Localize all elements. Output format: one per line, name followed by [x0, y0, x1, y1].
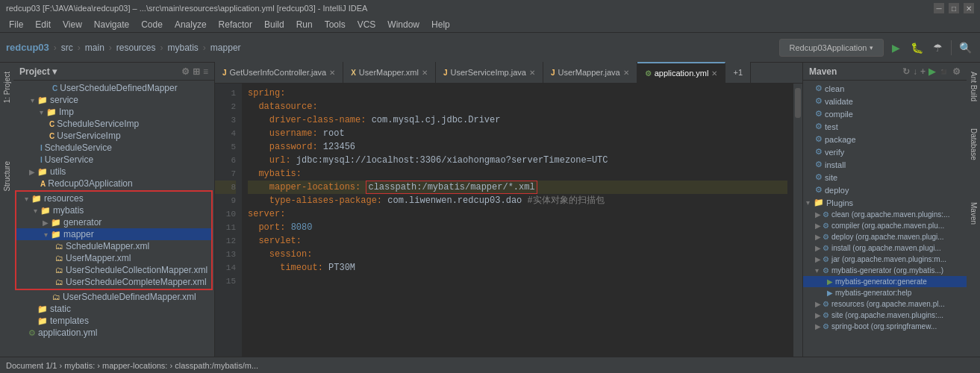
structure-side-tab[interactable]: Structure	[1, 155, 13, 198]
project-name[interactable]: redcup03	[6, 42, 49, 53]
tree-item-Imp[interactable]: ▾ 📁 Imp	[13, 106, 214, 118]
maven-plugin-mybatis-generator-help[interactable]: ▶ mybatis-generator:help	[803, 287, 967, 298]
tab-UserMapper-java[interactable]: J UserMapper.java ✕	[543, 62, 637, 83]
tree-item-RedcupO3Application[interactable]: A Redcup03Application	[13, 178, 214, 189]
editor-scrollbar[interactable]	[793, 84, 802, 357]
maven-gear-icon[interactable]: ⚙	[952, 66, 961, 77]
expand-icon[interactable]: ⊞	[193, 66, 200, 77]
maven-lifecycle-package[interactable]: ⚙ package	[803, 133, 967, 145]
tree-item-UserScheduleCollectionMapper[interactable]: 🗂 UserScheduleCollectionMapper.xml	[16, 264, 211, 276]
tree-item-UserScheduleDefinedMapper[interactable]: C UserScheduleDefinedMapper	[13, 82, 214, 94]
tree-item-UserServiceImp[interactable]: C UserServiceImp	[13, 130, 214, 142]
tree-item-ScheduleServiceImp[interactable]: C ScheduleServiceImp	[13, 118, 214, 130]
refresh-icon[interactable]: ↻	[902, 66, 910, 77]
code-editor[interactable]: spring: datasource: driver-class-name: c…	[242, 84, 793, 357]
tree-item-UserScheduleCompleteMapper[interactable]: 🗂 UserScheduleCompleteMapper.xml	[16, 276, 211, 288]
tree-item-generator[interactable]: ▶ 📁 generator	[16, 216, 211, 228]
coverage-button[interactable]: ☂	[928, 39, 946, 57]
tree-item-application-yml[interactable]: ⚙ application.yml	[13, 327, 214, 339]
tree-item-resources[interactable]: ▾ 📁 resources	[16, 192, 211, 204]
tab-more[interactable]: +1	[725, 62, 751, 83]
maven-plugin-mybatis-generator-generate[interactable]: ▶ mybatis-generator:generate	[803, 276, 967, 287]
maven-lifecycle-test[interactable]: ⚙ test	[803, 120, 967, 133]
run-button[interactable]: ▶	[887, 39, 905, 57]
minimize-button[interactable]: ─	[934, 3, 944, 13]
tab-close-4[interactable]: ✕	[711, 69, 717, 78]
project-side-tab[interactable]: 1: Project	[1, 66, 13, 109]
tree-item-static[interactable]: 📁 static	[13, 303, 214, 315]
maven-lifecycle-deploy[interactable]: ⚙ deploy	[803, 184, 967, 196]
menu-tools[interactable]: Tools	[319, 18, 352, 31]
menu-file[interactable]: File	[3, 18, 29, 31]
maven-plugin-resources[interactable]: ▶ ⚙ resources (org.apache.maven.pl...	[803, 298, 967, 310]
maven-side-tab[interactable]: Maven	[968, 196, 979, 231]
menu-view[interactable]: View	[57, 18, 88, 31]
project-header-icons[interactable]: ⚙ ⊞ ≡	[181, 66, 208, 77]
tree-item-UserService[interactable]: I UserService	[13, 154, 214, 166]
maven-plugin-spring-boot[interactable]: ▶ ⚙ spring-boot (org.springframew...	[803, 321, 967, 332]
gear-icon[interactable]: ≡	[203, 66, 208, 77]
tree-item-UserScheduleDefinedMapper-xml[interactable]: 🗂 UserScheduleDefinedMapper.xml	[13, 291, 214, 303]
menu-code[interactable]: Code	[135, 18, 169, 31]
menu-refactor[interactable]: Refactor	[213, 18, 258, 31]
maven-lifecycle-verify[interactable]: ⚙ verify	[803, 145, 967, 158]
tree-item-mybatis[interactable]: ▾ 📁 mybatis	[16, 204, 211, 216]
cog-icon[interactable]: ⚙	[181, 66, 190, 77]
menu-navigate[interactable]: Navigate	[88, 18, 135, 31]
download-icon[interactable]: ↓	[913, 66, 917, 77]
menu-build[interactable]: Build	[258, 18, 290, 31]
close-button[interactable]: ✕	[964, 3, 974, 13]
maven-plugin-compiler[interactable]: ▶ ⚙ compiler (org.apache.maven.plu...	[803, 220, 967, 231]
tree-item-utils[interactable]: ▶ 📁 utils	[13, 166, 214, 178]
scrollbar-thumb[interactable]	[795, 88, 801, 118]
search-everywhere-button[interactable]: 🔍	[956, 39, 974, 57]
menu-help[interactable]: Help	[425, 18, 456, 31]
database-side-tab[interactable]: Database	[968, 122, 979, 166]
maven-lifecycle-clean[interactable]: ⚙ clean	[803, 82, 967, 95]
titlebar-controls[interactable]: ─ □ ✕	[934, 3, 974, 13]
maven-plugins-header[interactable]: ▾ 📁 Plugins	[803, 196, 967, 209]
menu-analyze[interactable]: Analyze	[169, 18, 213, 31]
menu-run[interactable]: Run	[290, 18, 319, 31]
plus-icon[interactable]: +	[920, 66, 926, 77]
menu-vcs[interactable]: VCS	[352, 18, 382, 31]
run-config-dropdown[interactable]: Redcup03Application ▾	[779, 39, 884, 57]
menu-edit[interactable]: Edit	[29, 18, 57, 31]
run-icon[interactable]: ▶	[928, 66, 935, 77]
breadcrumb-main[interactable]: main	[85, 43, 104, 53]
tab-GetUserInfoController[interactable]: J GetUserInfoController.java ✕	[215, 62, 343, 83]
menu-window[interactable]: Window	[381, 18, 425, 31]
breadcrumb-resources[interactable]: resources	[116, 43, 156, 53]
tab-UserMapper-xml[interactable]: X UserMapper.xml ✕	[343, 62, 436, 83]
stop-icon[interactable]: ◾	[938, 66, 949, 77]
tab-UserServiceImp[interactable]: J UserServiceImp.java ✕	[436, 62, 543, 83]
maven-plugin-deploy[interactable]: ▶ ⚙ deploy (org.apache.maven.plugi...	[803, 231, 967, 242]
maven-header-icons[interactable]: ↻ ↓ + ▶ ◾ ⚙	[902, 66, 961, 77]
tree-item-templates[interactable]: 📁 templates	[13, 315, 214, 327]
tree-item-UserMapper[interactable]: 🗂 UserMapper.xml	[16, 252, 211, 264]
debug-button[interactable]: 🐛	[908, 39, 926, 57]
tab-close-1[interactable]: ✕	[422, 69, 428, 77]
maven-lifecycle-site[interactable]: ⚙ site	[803, 171, 967, 184]
tab-application-yml[interactable]: ⚙ application.yml ✕	[637, 62, 726, 83]
tree-item-ScheduleService[interactable]: I ScheduleService	[13, 142, 214, 154]
breadcrumb-mapper[interactable]: mapper	[210, 43, 241, 53]
tab-close-3[interactable]: ✕	[623, 69, 629, 77]
maven-plugin-site[interactable]: ▶ ⚙ site (org.apache.maven.plugins:...	[803, 310, 967, 321]
tree-item-service[interactable]: ▾ 📁 service	[13, 94, 214, 106]
maven-plugin-mybatis-generator[interactable]: ▾ ⚙ mybatis-generator (org.mybatis...)	[803, 265, 967, 276]
maven-plugin-install[interactable]: ▶ ⚙ install (org.apache.maven.plugi...	[803, 242, 967, 254]
tree-item-mapper[interactable]: ▾ 📁 mapper	[16, 228, 211, 240]
breadcrumb-src[interactable]: src	[61, 43, 73, 53]
tab-close-0[interactable]: ✕	[329, 69, 335, 77]
breadcrumb-mybatis[interactable]: mybatis	[168, 43, 199, 53]
maven-lifecycle-install[interactable]: ⚙ install	[803, 158, 967, 171]
maven-lifecycle-validate[interactable]: ⚙ validate	[803, 95, 967, 107]
maximize-button[interactable]: □	[949, 3, 959, 13]
tab-close-2[interactable]: ✕	[529, 69, 535, 77]
tree-item-ScheduleMapper[interactable]: 🗂 ScheduleMapper.xml	[16, 240, 211, 252]
maven-plugin-clean[interactable]: ▶ ⚙ clean (org.apache.maven.plugins:...	[803, 209, 967, 220]
maven-lifecycle-compile[interactable]: ⚙ compile	[803, 107, 967, 120]
ant-build-side-tab[interactable]: Ant Build	[968, 66, 979, 107]
maven-plugin-jar[interactable]: ▶ ⚙ jar (org.apache.maven.plugins:m...	[803, 254, 967, 265]
